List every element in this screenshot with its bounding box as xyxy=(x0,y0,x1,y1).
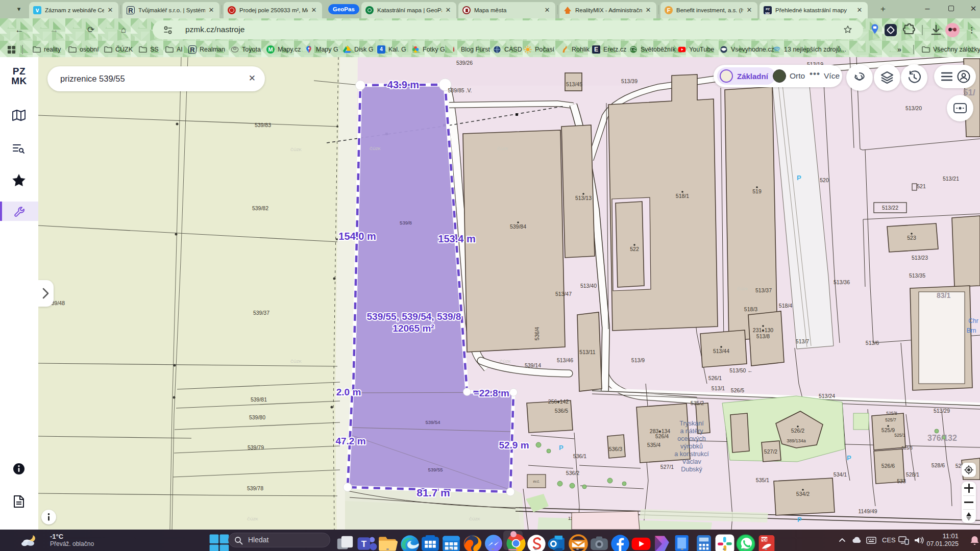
svg-text:525/3: 525/3 xyxy=(901,445,913,450)
svg-text:83/1: 83/1 xyxy=(937,291,950,299)
svg-text:1149/49: 1149/49 xyxy=(858,508,877,514)
svg-text:513/20: 513/20 xyxy=(905,105,922,111)
svg-text:154.0 m: 154.0 m xyxy=(338,231,376,242)
svg-text:534/2: 534/2 xyxy=(796,491,810,497)
svg-text:518/1: 518/1 xyxy=(676,193,689,199)
svg-text:539/55: 539/55 xyxy=(428,467,443,472)
svg-text:513/29: 513/29 xyxy=(934,408,950,414)
svg-text:539/55, 539/54, 539/8: 539/55, 539/54, 539/8 xyxy=(367,311,461,322)
svg-text:539/82: 539/82 xyxy=(252,205,268,211)
svg-text:513/1: 513/1 xyxy=(712,385,725,391)
svg-text:536/1: 536/1 xyxy=(573,453,586,459)
svg-text:–22.8 m: –22.8 m xyxy=(474,388,509,398)
svg-text:2.0 m: 2.0 m xyxy=(336,387,361,397)
svg-text:T: T xyxy=(361,539,367,549)
svg-text:518/3: 518/3 xyxy=(744,306,757,312)
svg-text:523: 523 xyxy=(907,235,916,241)
svg-text:ČÚZK: ČÚZK xyxy=(370,146,381,151)
svg-text:43.9 m: 43.9 m xyxy=(387,79,419,90)
svg-text:513/36: 513/36 xyxy=(834,279,850,285)
svg-text:513/40: 513/40 xyxy=(580,283,597,289)
svg-text:12065 m²: 12065 m² xyxy=(393,323,434,334)
svg-text:527/2: 527/2 xyxy=(764,448,777,455)
svg-text:535/1: 535/1 xyxy=(756,477,769,483)
svg-text:535/4: 535/4 xyxy=(647,442,660,448)
svg-text:525/1: 525/1 xyxy=(894,433,905,438)
svg-text:534/1: 534/1 xyxy=(834,471,847,478)
svg-text:P: P xyxy=(847,454,851,462)
svg-text:513/11: 513/11 xyxy=(579,349,595,355)
svg-text:539/26: 539/26 xyxy=(456,60,473,66)
svg-text:513/21: 513/21 xyxy=(943,176,959,182)
svg-text:52.9 m: 52.9 m xyxy=(499,440,529,450)
svg-text:PDF: PDF xyxy=(760,537,769,542)
svg-text:539/85 .V.: 539/85 .V. xyxy=(448,87,472,93)
svg-text:a konstrukcí: a konstrukcí xyxy=(674,450,709,458)
svg-text:513/23: 513/23 xyxy=(912,255,928,261)
svg-text:522: 522 xyxy=(630,246,639,252)
svg-text:533: 533 xyxy=(897,478,906,484)
svg-text:528/1: 528/1 xyxy=(906,471,919,478)
svg-text:525/8: 525/8 xyxy=(886,411,897,416)
svg-text:513/13: 513/13 xyxy=(575,195,592,201)
svg-text:81.7 m: 81.7 m xyxy=(416,487,450,498)
svg-text:539/80: 539/80 xyxy=(249,414,265,420)
svg-text:Tryskání: Tryskání xyxy=(679,420,704,427)
svg-text:528/6: 528/6 xyxy=(932,462,945,468)
svg-text:153.4 m: 153.4 m xyxy=(438,233,475,244)
svg-text:256♦142: 256♦142 xyxy=(548,398,569,405)
svg-text:a nátěry: a nátěry xyxy=(680,428,703,435)
svg-text:539/37: 539/37 xyxy=(253,310,270,316)
svg-text:P: P xyxy=(797,174,801,182)
svg-text:521: 521 xyxy=(917,183,926,189)
svg-text:513/8: 513/8 xyxy=(756,333,770,339)
svg-text:ČÚZK: ČÚZK xyxy=(469,517,480,521)
svg-text:513/24: 513/24 xyxy=(819,393,835,399)
svg-text:513/46: 513/46 xyxy=(557,357,573,363)
svg-text:513/39: 513/39 xyxy=(621,78,638,84)
svg-text:539/8: 539/8 xyxy=(400,220,412,226)
svg-text:525/9: 525/9 xyxy=(881,427,895,433)
svg-text:ČÚZK: ČÚZK xyxy=(290,147,302,152)
svg-text:526/6: 526/6 xyxy=(881,463,895,469)
svg-text:513/22: 513/22 xyxy=(882,205,898,211)
svg-text:513/45: 513/45 xyxy=(566,81,582,87)
svg-text:539/14: 539/14 xyxy=(525,362,541,368)
svg-text:389/134a: 389/134a xyxy=(787,438,806,443)
svg-text:519: 519 xyxy=(752,188,762,194)
svg-text:536/4: 536/4 xyxy=(534,327,540,340)
svg-text:P: P xyxy=(559,444,564,452)
svg-text:ocelových: ocelových xyxy=(677,435,706,442)
svg-text:513/47: 513/47 xyxy=(555,291,572,297)
svg-text:Brn: Brn xyxy=(967,327,976,334)
svg-text:526/2: 526/2 xyxy=(791,428,804,434)
svg-text:527/1: 527/1 xyxy=(660,464,674,470)
svg-text:536/5: 536/5 xyxy=(555,408,568,414)
svg-text:513/37: 513/37 xyxy=(755,287,772,293)
svg-text:513/35: 513/35 xyxy=(909,272,925,279)
svg-text:376/132: 376/132 xyxy=(927,434,957,442)
svg-text:520: 520 xyxy=(820,177,829,183)
svg-text:539/78: 539/78 xyxy=(247,485,263,491)
svg-text:539/84: 539/84 xyxy=(510,223,526,230)
svg-text:Chr: Chr xyxy=(968,317,978,324)
svg-text:513/44: 513/44 xyxy=(713,348,729,354)
svg-text:513/9: 513/9 xyxy=(631,357,645,363)
svg-text:P: P xyxy=(797,516,802,523)
svg-text:ČÚZK: ČÚZK xyxy=(290,359,302,364)
svg-text:526/5: 526/5 xyxy=(731,387,744,393)
svg-text:513/50 ←: 513/50 ← xyxy=(729,367,753,373)
svg-text:ČÚZK: ČÚZK xyxy=(500,359,511,364)
svg-text:513/7: 513/7 xyxy=(796,338,809,344)
svg-text:ev.č.: ev.č. xyxy=(533,480,540,483)
svg-text:535/2: 535/2 xyxy=(691,400,704,406)
svg-text:539/81: 539/81 xyxy=(251,396,267,403)
svg-text:231♦130: 231♦130 xyxy=(753,327,774,333)
svg-text:283♦134: 283♦134 xyxy=(650,428,671,434)
svg-text:526/1: 526/1 xyxy=(708,375,722,381)
svg-text:513/6: 513/6 xyxy=(866,340,879,346)
svg-text:ČÚZK: ČÚZK xyxy=(247,517,258,521)
svg-text:výrobků: výrobků xyxy=(680,443,703,450)
svg-text:539/83: 539/83 xyxy=(255,122,271,128)
svg-text:539/79: 539/79 xyxy=(248,444,264,450)
